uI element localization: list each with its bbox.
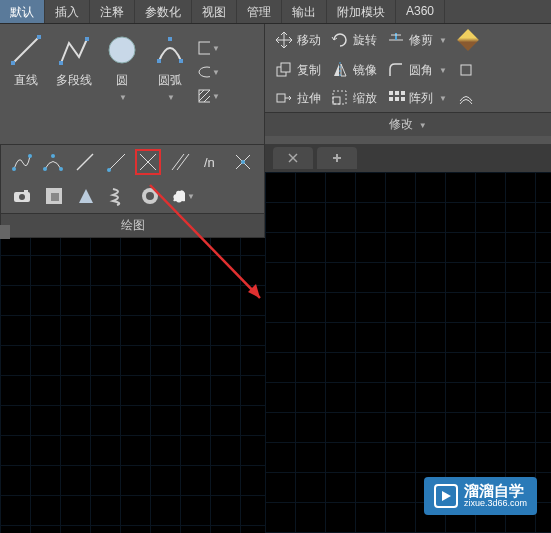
array-tool[interactable]: 阵列▼ bbox=[385, 87, 449, 109]
tab-annotate[interactable]: 注释 bbox=[90, 0, 135, 23]
circle-tool[interactable]: 圆 ▼ bbox=[102, 30, 142, 104]
svg-rect-29 bbox=[395, 97, 399, 101]
camera-icon[interactable] bbox=[9, 183, 35, 209]
arc-tool[interactable]: 圆弧 ▼ bbox=[150, 30, 190, 104]
circle-icon bbox=[104, 32, 140, 68]
canvas-grid-left[interactable] bbox=[0, 225, 265, 533]
pencil-icon bbox=[457, 29, 479, 51]
explode-tool[interactable] bbox=[455, 59, 477, 81]
n-polygon-icon[interactable]: /n bbox=[199, 149, 225, 175]
line-icon bbox=[8, 32, 44, 68]
svg-rect-30 bbox=[401, 97, 405, 101]
explode-icon bbox=[457, 61, 475, 79]
arc-label: 圆弧 bbox=[158, 72, 182, 89]
copy-tool[interactable]: 复制 bbox=[273, 59, 323, 81]
tab-addons[interactable]: 附加模块 bbox=[327, 0, 396, 23]
svg-line-0 bbox=[13, 37, 39, 63]
svg-line-42 bbox=[177, 154, 189, 170]
tab-a360[interactable]: A360 bbox=[396, 0, 445, 23]
modify-panel-footer[interactable]: 修改 ▼ bbox=[265, 112, 551, 136]
svg-point-35 bbox=[59, 167, 63, 171]
svg-rect-28 bbox=[389, 97, 393, 101]
polyline-label: 多段线 bbox=[56, 72, 92, 89]
canvas-area bbox=[265, 144, 551, 533]
svg-line-12 bbox=[199, 90, 204, 95]
spline-cv-icon[interactable] bbox=[41, 149, 67, 175]
svg-point-53 bbox=[146, 192, 154, 200]
svg-rect-27 bbox=[401, 91, 405, 95]
fillet-icon bbox=[387, 61, 405, 79]
rect-icon[interactable]: ▼ bbox=[198, 38, 220, 58]
canvas-tab-1[interactable] bbox=[273, 147, 313, 169]
donut-icon[interactable] bbox=[137, 183, 163, 209]
xline-highlighted-icon[interactable] bbox=[135, 149, 161, 175]
construction-line-icon[interactable] bbox=[72, 149, 98, 175]
helix-icon[interactable] bbox=[105, 183, 131, 209]
modify-panel: 移动 旋转 修剪▼ 复制 镜像 bbox=[265, 24, 551, 144]
canvas-tab-add[interactable] bbox=[317, 147, 357, 169]
line-label: 直线 bbox=[14, 72, 38, 89]
move-tool[interactable]: 移动 bbox=[273, 29, 323, 51]
line-tool[interactable]: 直线 bbox=[6, 30, 46, 91]
tab-parametric[interactable]: 参数化 bbox=[135, 0, 192, 23]
tab-default[interactable]: 默认 bbox=[0, 0, 45, 23]
scale-icon bbox=[331, 89, 349, 107]
svg-rect-8 bbox=[168, 37, 172, 41]
polyline-tool[interactable]: 多段线 bbox=[54, 30, 94, 91]
hatch-icon[interactable]: ▼ bbox=[198, 86, 220, 106]
multiline-icon[interactable] bbox=[167, 149, 193, 175]
svg-point-48 bbox=[19, 194, 25, 200]
offset-icon bbox=[457, 89, 475, 107]
ray-icon[interactable] bbox=[104, 149, 130, 175]
draw-panel-footer[interactable]: 绘图 bbox=[1, 213, 264, 237]
svg-rect-26 bbox=[395, 91, 399, 95]
side-handle[interactable] bbox=[0, 225, 10, 239]
svg-rect-23 bbox=[333, 97, 340, 104]
svg-marker-60 bbox=[442, 491, 451, 501]
spline-fit-icon[interactable] bbox=[9, 149, 35, 175]
svg-rect-9 bbox=[199, 42, 210, 54]
draw-panel: 直线 多段线 圆 ▼ 圆弧 ▼ bbox=[0, 24, 265, 144]
svg-rect-3 bbox=[59, 61, 63, 65]
watermark-title: 溜溜自学 bbox=[464, 483, 527, 500]
tab-manage[interactable]: 管理 bbox=[237, 0, 282, 23]
polyline-icon bbox=[56, 32, 92, 68]
svg-rect-51 bbox=[51, 193, 59, 201]
dropdown-icon: ▼ bbox=[119, 93, 127, 102]
svg-rect-7 bbox=[179, 59, 183, 63]
tab-insert[interactable]: 插入 bbox=[45, 0, 90, 23]
svg-rect-21 bbox=[461, 65, 471, 75]
watermark: 溜溜自学 zixue.3d66.com bbox=[424, 477, 537, 515]
trim-icon bbox=[387, 31, 405, 49]
svg-rect-49 bbox=[24, 190, 28, 193]
ribbon: 直线 多段线 圆 ▼ 圆弧 ▼ bbox=[0, 24, 551, 144]
svg-line-36 bbox=[77, 154, 93, 170]
svg-rect-1 bbox=[11, 61, 15, 65]
ellipse-icon[interactable]: ▼ bbox=[198, 62, 220, 82]
scale-tool[interactable]: 缩放 bbox=[329, 87, 379, 109]
move-icon bbox=[275, 31, 293, 49]
rotate-tool[interactable]: 旋转 bbox=[329, 29, 379, 51]
play-icon bbox=[434, 484, 458, 508]
stretch-icon bbox=[275, 89, 293, 107]
point-icon[interactable] bbox=[230, 149, 256, 175]
wipeout-icon[interactable] bbox=[73, 183, 99, 209]
mirror-icon bbox=[331, 61, 349, 79]
region-icon[interactable] bbox=[41, 183, 67, 209]
ribbon-tabs: 默认 插入 注释 参数化 视图 管理 输出 附加模块 A360 bbox=[0, 0, 551, 24]
stretch-tool[interactable]: 拉伸 bbox=[273, 87, 323, 109]
offset-tool[interactable] bbox=[455, 87, 477, 109]
fillet-tool[interactable]: 圆角▼ bbox=[385, 59, 449, 81]
svg-rect-2 bbox=[37, 35, 41, 39]
svg-point-10 bbox=[199, 67, 210, 77]
pencil-tool[interactable] bbox=[455, 27, 481, 53]
svg-text:/n: /n bbox=[204, 155, 215, 170]
dropdown-icon: ▼ bbox=[167, 93, 175, 102]
mirror-tool[interactable]: 镜像 bbox=[329, 59, 379, 81]
tab-view[interactable]: 视图 bbox=[192, 0, 237, 23]
svg-line-37 bbox=[109, 154, 125, 170]
tab-output[interactable]: 输出 bbox=[282, 0, 327, 23]
trim-tool[interactable]: 修剪▼ bbox=[385, 29, 449, 51]
revision-cloud-icon[interactable]: ▼ bbox=[169, 183, 195, 209]
svg-point-33 bbox=[43, 167, 47, 171]
